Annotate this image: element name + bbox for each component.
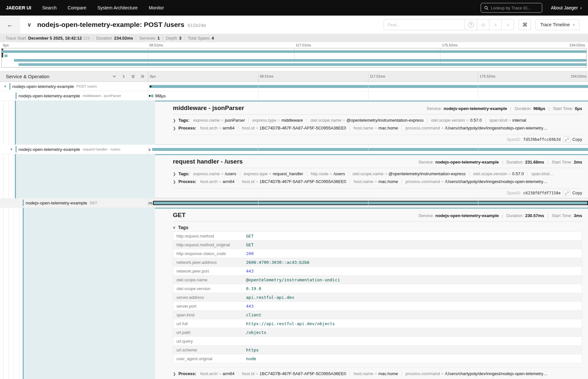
kv-item: process.command=/Users/charlypoly/dev/in… — [402, 126, 547, 130]
chevron-down-icon: ∨ — [173, 226, 175, 230]
app-brand[interactable]: JAEGER UI — [6, 5, 31, 10]
tag-key: network.peer.port — [173, 267, 243, 275]
trace-lookup-input[interactable] — [491, 6, 536, 10]
tag-table-row: user_agent.originalnode — [173, 354, 582, 363]
detail-panel: GET Service:nodejs-open-telemetry-exampl… — [155, 208, 588, 379]
expand-all-icon[interactable] — [140, 74, 145, 79]
span-bar-selected[interactable] — [153, 201, 588, 205]
find-input[interactable] — [384, 19, 465, 30]
tag-key: span.kind — [173, 311, 243, 319]
tag-table-row: http.request.methodGET — [173, 232, 582, 240]
detail-indent-fill — [23, 208, 155, 379]
chevron-down-icon[interactable]: ∨ — [4, 84, 6, 88]
trace-lookup-box[interactable] — [481, 3, 542, 13]
diamond-icon: ◇ — [481, 22, 485, 27]
find-help-button[interactable]: ? — [465, 19, 477, 30]
copy-span-id-button[interactable]: Copy — [563, 190, 582, 196]
span-row-get[interactable]: nodejs-open-telemetry-example GET ns — [0, 198, 588, 208]
kv-item: express.name=/users — [193, 171, 236, 176]
detail-meta: Service:nodejs-open-telemetry-example | … — [418, 213, 582, 218]
tags-summary-row[interactable]: ❯ Tags: express.name=jsonParserexpress.t… — [173, 116, 582, 124]
kv-item: host.arch=arm64 — [200, 179, 234, 184]
span-bar-cell[interactable] — [148, 82, 588, 91]
tick-label: 58.51ms — [260, 74, 273, 78]
tag-key: url.scheme — [173, 346, 243, 354]
tag-table-row: otel.scope.version0.19.0 — [173, 284, 582, 293]
tags-section: ∨ Tags http.request.methodGEThttp.reques… — [173, 225, 582, 363]
timeline-minimap: 0μs58.51ms117.01ms175.52ms234.02ms — [0, 42, 588, 67]
collapse-all-icon[interactable] — [131, 74, 135, 79]
span-name-cell[interactable]: ∨ nodejs-open-telemetry-example POST /us… — [0, 82, 148, 91]
span-bar-cell[interactable]: ns — [148, 198, 588, 208]
tags-summary-row[interactable]: ❯ Tags: express.name=/usersexpress.type=… — [173, 170, 582, 178]
minimap-span-bar — [5, 55, 7, 57]
kv-item: host.arch=arm64 — [200, 126, 234, 130]
collapse-trace-chevron-icon[interactable]: ∨ — [27, 21, 31, 28]
kv-item: host.id=1BC74D7B-467F-5A87-AF5F-5C0955A3… — [238, 371, 346, 376]
kv-item: host.arch=arm64 — [200, 371, 234, 376]
process-summary-row[interactable]: ❯ Process: host.arch=arm64host.id=1BC74D… — [173, 367, 582, 378]
find-prev-button[interactable]: ∧ — [489, 19, 502, 30]
find-match-button[interactable]: ◇ — [477, 19, 489, 30]
chevron-down-icon[interactable]: ∨ — [10, 147, 13, 151]
tag-key: server.address — [173, 293, 243, 302]
span-row-middleware-jsonparser[interactable]: nodejs-open-telemetry-example middleware… — [0, 91, 588, 101]
minimap-canvas[interactable] — [1, 48, 587, 67]
span-id-row: SpanID: fd539beffcc69b3d Copy — [173, 137, 582, 142]
span-bar[interactable] — [152, 148, 588, 151]
tag-table-row: url.fullhttps://api.restful-api.dev/obje… — [173, 319, 582, 328]
span-name-cell[interactable]: nodejs-open-telemetry-example middleware… — [0, 91, 148, 101]
tag-value: 443 — [243, 302, 582, 311]
back-button[interactable]: ← — [0, 16, 20, 34]
kv-item: otel.scope.version=0.57.0 — [427, 118, 482, 123]
span-row-post-users[interactable]: ∨ nodejs-open-telemetry-example POST /us… — [0, 82, 588, 91]
command-icon: ⌘ — [522, 22, 527, 28]
span-detail-get: GET Service:nodejs-open-telemetry-exampl… — [0, 208, 588, 379]
nav-item-monitor[interactable]: Monitor — [149, 5, 164, 10]
process-summary-row[interactable]: ❯ Process: host.arch=arm64host.id=1BC74D… — [173, 124, 582, 132]
nav-item-compare[interactable]: Compare — [68, 5, 87, 10]
tree-guide-line — [14, 101, 14, 145]
detail-title: middleware - jsonParser — [173, 104, 244, 112]
tags-section-header[interactable]: ∨ Tags — [173, 225, 582, 230]
tag-key: url.path — [173, 328, 243, 337]
span-bar-cell[interactable]: 968μs — [148, 91, 588, 101]
tick-label: 234.02ms — [570, 43, 585, 47]
span-bar-marker — [149, 95, 150, 97]
about-jaeger-menu[interactable]: About Jaeger ∨ — [551, 5, 582, 10]
tag-key: user_agent.original — [173, 354, 243, 363]
tag-value: 2606:4700:3030::ac43:b2b6 — [243, 258, 582, 267]
span-name-cell[interactable]: ∨ nodejs-open-telemetry-example request … — [0, 145, 148, 154]
detail-title: request handler - /users — [173, 158, 243, 165]
kv-item: process.command=/Users/charlypoly/dev/in… — [402, 179, 547, 184]
meta-services: Services 1 — [136, 36, 163, 40]
tag-table-row: server.addressapi.restful-api.dev — [173, 293, 582, 302]
tag-key: server.port — [173, 302, 243, 311]
clipped-duration-label: ns — [149, 201, 153, 205]
tag-table-row: url.schemehttps — [173, 346, 582, 354]
span-bar-cell[interactable]: s — [148, 145, 588, 154]
tree-guide-line — [3, 208, 4, 379]
meta-total-spans: Total Spans 4 — [185, 36, 217, 40]
span-row-request-handler[interactable]: ∨ nodejs-open-telemetry-example request … — [0, 145, 588, 154]
tag-value: node — [243, 354, 582, 363]
tag-value: /objects — [243, 328, 582, 337]
tags-table: http.request.methodGEThttp.request.metho… — [173, 231, 582, 363]
trace-id-short: 611b24e — [187, 22, 206, 28]
nav-item-search[interactable]: Search — [42, 5, 56, 10]
span-bar[interactable] — [151, 94, 153, 97]
trace-view-select[interactable]: Trace Timeline ∨ — [535, 19, 580, 30]
question-icon: ? — [468, 22, 474, 28]
tree-guide-line — [3, 101, 4, 145]
copy-span-id-button[interactable]: Copy — [563, 137, 582, 142]
span-name-cell[interactable]: nodejs-open-telemetry-example GET — [0, 198, 148, 208]
tree-guide-line — [14, 208, 14, 379]
find-next-button[interactable]: ∨ — [502, 19, 514, 30]
expand-one-icon[interactable] — [122, 74, 126, 79]
process-summary-row[interactable]: ❯ Process: host.arch=arm64host.id=1BC74D… — [173, 178, 582, 186]
collapse-one-icon[interactable] — [112, 74, 116, 79]
span-bar[interactable] — [149, 85, 588, 88]
nav-item-system-architecture[interactable]: System Architecture — [97, 5, 138, 10]
keyboard-shortcuts-button[interactable]: ⌘ — [519, 19, 531, 30]
minimap-span-bar — [2, 50, 586, 53]
